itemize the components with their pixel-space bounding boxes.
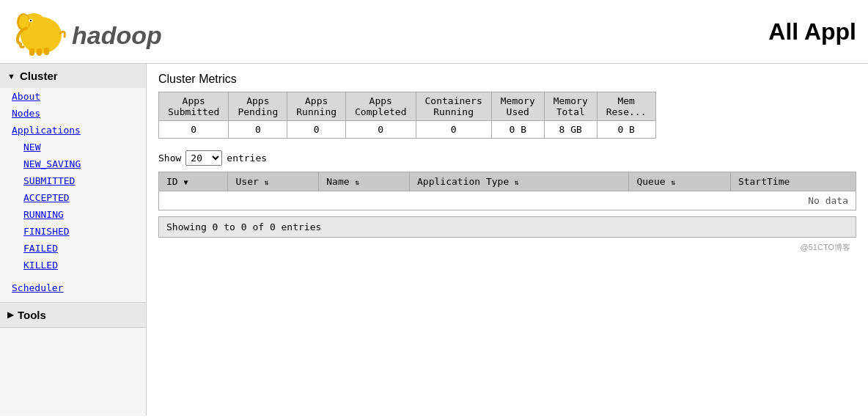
sidebar-item-new-saving[interactable]: NEW_SAVING <box>12 155 146 172</box>
sidebar-item-about[interactable]: About <box>0 88 146 105</box>
sidebar: ▼ Cluster About Nodes Applications NEW N… <box>0 64 147 416</box>
metrics-header-row1: AppsSubmitted AppsPending AppsRunning Ap… <box>159 92 656 121</box>
apptype-sort-icon: ⇅ <box>515 178 519 186</box>
metrics-data-row: 0 0 0 0 0 0 B 8 GB 0 B <box>159 121 656 139</box>
col-apps-pending-h1: AppsPending <box>229 92 287 121</box>
applications-table: ID ▼ User ⇅ Name ⇅ Application Type ⇅ Qu… <box>158 172 856 210</box>
val-apps-completed: 0 <box>346 121 416 139</box>
cluster-arrow: ▼ <box>7 72 15 81</box>
val-containers-running: 0 <box>416 121 491 139</box>
val-apps-pending: 0 <box>229 121 287 139</box>
cluster-metrics-title: Cluster Metrics <box>158 73 856 86</box>
cluster-links: About Nodes Applications NEW NEW_SAVING … <box>0 88 146 302</box>
logo-area: hadoop <box>12 6 173 57</box>
cluster-section: ▼ Cluster About Nodes Applications NEW N… <box>0 64 146 303</box>
svg-rect-7 <box>37 48 42 56</box>
col-apps-submitted-h1: AppsSubmitted <box>159 92 229 121</box>
val-apps-submitted: 0 <box>159 121 229 139</box>
col-header-id[interactable]: ID ▼ <box>159 172 228 191</box>
sidebar-item-new[interactable]: NEW <box>12 139 146 155</box>
show-entries-bar: Show 10 20 50 100 entries <box>158 150 856 166</box>
main-layout: ▼ Cluster About Nodes Applications NEW N… <box>0 64 868 416</box>
page-title: All Appl <box>768 18 856 45</box>
tools-section-header[interactable]: ▶ Tools <box>0 303 146 327</box>
entries-select[interactable]: 10 20 50 100 <box>185 150 222 166</box>
show-info-bar: Showing 0 to 0 of 0 entries <box>158 216 856 238</box>
col-apps-running-h1: AppsRunning <box>287 92 346 121</box>
svg-point-5 <box>30 20 32 21</box>
cluster-metrics-table: AppsSubmitted AppsPending AppsRunning Ap… <box>158 92 656 139</box>
header: hadoop All Appl <box>0 0 868 64</box>
sidebar-item-scheduler[interactable]: Scheduler <box>0 279 146 296</box>
sidebar-item-failed[interactable]: FAILED <box>12 240 146 257</box>
sidebar-item-finished[interactable]: FINISHED <box>12 223 146 240</box>
no-data-cell: No data <box>159 191 856 210</box>
col-header-queue[interactable]: Queue ⇅ <box>629 172 730 191</box>
val-memory-reserved: 0 B <box>597 121 655 139</box>
user-sort-icon: ⇅ <box>265 178 269 186</box>
col-header-user[interactable]: User ⇅ <box>228 172 319 191</box>
svg-text:hadoop: hadoop <box>72 21 162 49</box>
col-header-starttime[interactable]: StartTime <box>730 172 856 191</box>
show-label: Show <box>158 153 181 164</box>
val-memory-used: 0 B <box>491 121 544 139</box>
col-memory-total-h1: MemoryTotal <box>544 92 597 121</box>
cluster-section-header[interactable]: ▼ Cluster <box>0 64 146 88</box>
col-header-app-type[interactable]: Application Type ⇅ <box>410 172 629 191</box>
tools-section: ▶ Tools <box>0 303 146 328</box>
sidebar-item-submitted[interactable]: SUBMITTED <box>12 172 146 189</box>
val-apps-running: 0 <box>287 121 346 139</box>
sidebar-item-applications[interactable]: Applications <box>0 122 146 139</box>
val-memory-total: 8 GB <box>544 121 597 139</box>
svg-point-3 <box>19 15 29 29</box>
queue-sort-icon: ⇅ <box>671 178 675 186</box>
col-apps-completed-h1: AppsCompleted <box>346 92 416 121</box>
name-sort-icon: ⇅ <box>355 178 359 186</box>
sidebar-item-running[interactable]: RUNNING <box>12 206 146 223</box>
tools-arrow: ▶ <box>7 310 13 320</box>
sidebar-item-killed[interactable]: KILLED <box>12 257 146 274</box>
tools-label: Tools <box>18 309 46 321</box>
col-memory-reserved-h1: MemRese... <box>597 92 655 121</box>
no-data-row: No data <box>159 191 856 210</box>
cluster-label: Cluster <box>20 70 58 82</box>
table-header-row: ID ▼ User ⇅ Name ⇅ Application Type ⇅ Qu… <box>159 172 856 191</box>
svg-rect-8 <box>44 48 49 55</box>
col-header-name[interactable]: Name ⇅ <box>319 172 410 191</box>
app-states-nav: NEW NEW_SAVING SUBMITTED ACCEPTED RUNNIN… <box>0 139 146 274</box>
watermark: @51CTO博客 <box>158 238 856 257</box>
svg-rect-6 <box>29 48 34 56</box>
entries-label: entries <box>227 153 267 164</box>
sidebar-item-nodes[interactable]: Nodes <box>0 105 146 122</box>
id-sort-icon: ▼ <box>183 178 188 186</box>
col-memory-used-h1: MemoryUsed <box>491 92 544 121</box>
hadoop-logo: hadoop <box>12 6 173 57</box>
col-containers-running-h1: ContainersRunning <box>416 92 491 121</box>
content-area: Cluster Metrics AppsSubmitted AppsPendin… <box>147 64 868 416</box>
sidebar-item-accepted[interactable]: ACCEPTED <box>12 189 146 206</box>
